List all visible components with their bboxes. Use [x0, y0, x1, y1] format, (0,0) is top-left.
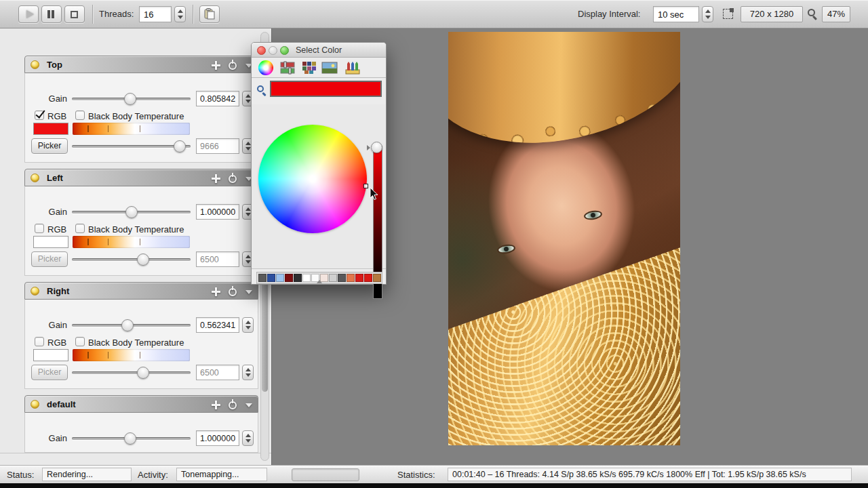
magnifier-icon[interactable]: [257, 85, 264, 92]
color-wheel-area: [252, 104, 386, 269]
blackbody-gradient-slider[interactable]: [73, 236, 190, 248]
threads-stepper[interactable]: [174, 6, 186, 22]
palette-swatch[interactable]: [267, 274, 275, 282]
power-icon[interactable]: [229, 288, 237, 296]
resolution-value: 488 x 868: [741, 6, 803, 22]
light-group-body: Gain RGB Black Body Temperature: [24, 300, 258, 389]
slider-thumb[interactable]: [124, 93, 136, 105]
group-color-swatch[interactable]: [33, 349, 68, 361]
render-pause-button[interactable]: [41, 5, 62, 23]
display-interval-label: Display Interval:: [578, 9, 640, 19]
blackbody-checkbox[interactable]: [75, 224, 85, 233]
slider-thumb[interactable]: [137, 253, 149, 266]
color-wheel-mode-button[interactable]: [257, 60, 275, 76]
gain-value-input[interactable]: [196, 430, 239, 446]
palette-swatch[interactable]: [364, 274, 372, 282]
light-group-header[interactable]: Top: [24, 56, 258, 73]
color-sliders-mode-button[interactable]: [279, 60, 296, 76]
slider-thumb[interactable]: [124, 432, 136, 445]
display-interval-input[interactable]: [653, 6, 699, 22]
blackbody-gradient-slider[interactable]: [73, 349, 190, 361]
light-group-header[interactable]: default: [24, 395, 258, 413]
palette-swatch[interactable]: [338, 274, 346, 282]
blackbody-checkbox[interactable]: [75, 337, 85, 346]
slider-thumb[interactable]: [174, 140, 186, 152]
power-icon[interactable]: [229, 62, 237, 70]
palette-swatch[interactable]: [373, 274, 381, 282]
palette-swatch[interactable]: [329, 274, 337, 282]
temperature-slider[interactable]: [72, 140, 191, 153]
palette-swatch[interactable]: [285, 274, 293, 282]
chevron-down-icon[interactable]: [245, 403, 252, 407]
gain-label: Gain: [39, 94, 67, 104]
slider-thumb[interactable]: [125, 206, 138, 218]
temperature-value-input[interactable]: [196, 138, 239, 154]
group-color-swatch[interactable]: [33, 236, 68, 248]
chevron-down-icon[interactable]: [245, 290, 252, 294]
gain-value-input[interactable]: [196, 317, 239, 333]
slider-thumb[interactable]: [137, 367, 149, 379]
temperature-slider[interactable]: [72, 366, 191, 380]
palette-swatch[interactable]: [294, 274, 302, 282]
rgb-checkbox[interactable]: [35, 337, 44, 346]
rendered-image: [448, 32, 680, 445]
status-label: Status:: [7, 470, 34, 480]
temperature-value-input[interactable]: [196, 365, 239, 380]
blackbody-checkbox[interactable]: [75, 110, 85, 120]
power-icon[interactable]: [229, 175, 237, 183]
gain-slider[interactable]: [72, 205, 191, 219]
gain-stepper[interactable]: [242, 317, 254, 333]
crayons-mode-button[interactable]: [344, 60, 361, 76]
rgb-label: RGB: [47, 111, 66, 121]
gain-slider[interactable]: [72, 92, 191, 106]
rgb-checkbox[interactable]: [35, 224, 44, 233]
blackbody-gradient-slider[interactable]: [73, 123, 190, 135]
color-palette-mode-button[interactable]: [300, 60, 318, 76]
toolbar-separator: [193, 5, 193, 24]
add-icon[interactable]: [212, 174, 220, 183]
slider-thumb[interactable]: [121, 319, 134, 331]
add-icon[interactable]: [212, 401, 220, 409]
gain-row: Gain: [25, 91, 258, 107]
brightness-slider-thumb[interactable]: [371, 142, 382, 153]
image-palettes-mode-button[interactable]: [321, 60, 338, 76]
render-start-button[interactable]: [18, 5, 39, 23]
picker-button[interactable]: Picker: [31, 138, 68, 154]
light-group-header[interactable]: Right: [24, 282, 258, 300]
light-group-body: Gain RGB Black Body Temperature: [24, 186, 258, 276]
color-wheel[interactable]: [258, 125, 367, 233]
gain-slider[interactable]: [72, 319, 191, 332]
activity-label: Activity:: [138, 470, 168, 480]
gain-slider[interactable]: [72, 432, 191, 445]
swatch-drawer-handle-icon[interactable]: [317, 280, 322, 283]
dialog-titlebar[interactable]: Select Color: [252, 43, 386, 58]
light-group-title: default: [47, 399, 76, 409]
add-icon[interactable]: [212, 287, 220, 296]
rgb-checkbox[interactable]: [35, 110, 44, 120]
color-wheel-selector[interactable]: [363, 184, 368, 188]
render-stop-button[interactable]: [64, 5, 85, 23]
power-icon[interactable]: [229, 401, 237, 409]
gain-value-input[interactable]: [196, 91, 239, 106]
picker-button[interactable]: Picker: [31, 251, 68, 267]
picker-button[interactable]: Picker: [31, 365, 68, 380]
gain-value-input[interactable]: [196, 204, 239, 220]
gradient-tick: [140, 239, 141, 245]
gradient-tick: [108, 352, 109, 359]
temperature-value-input[interactable]: [196, 251, 239, 267]
palette-swatch[interactable]: [347, 274, 355, 282]
palette-swatch[interactable]: [258, 274, 267, 282]
copy-to-clipboard-button[interactable]: [199, 5, 220, 23]
palette-swatch[interactable]: [355, 274, 363, 282]
add-icon[interactable]: [212, 61, 220, 70]
gain-stepper[interactable]: [242, 430, 254, 446]
temperature-stepper[interactable]: [242, 365, 254, 380]
temperature-slider[interactable]: [72, 253, 191, 266]
light-group-header[interactable]: Left: [24, 169, 258, 186]
display-interval-stepper[interactable]: [702, 6, 713, 22]
statistics-value: 00:01:40 – 16 Threads: 4.14 S/p 38.65 kS…: [448, 468, 852, 481]
group-color-swatch[interactable]: [33, 123, 68, 135]
palette-swatch[interactable]: [302, 274, 311, 282]
palette-swatch[interactable]: [276, 274, 284, 282]
threads-input[interactable]: [139, 6, 172, 22]
